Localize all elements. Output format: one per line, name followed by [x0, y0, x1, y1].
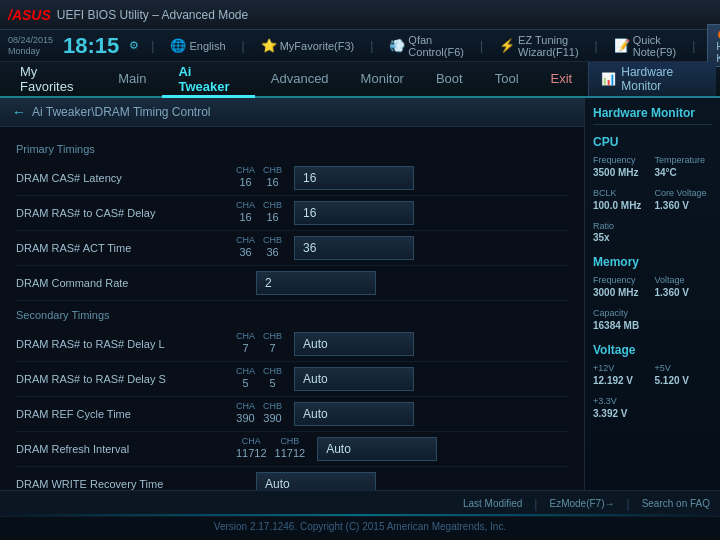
voltage-12-5: +12V 12.192 V +5V 5.120 V: [593, 363, 712, 392]
hot-keys-button[interactable]: 🔥 Hot Keys: [707, 24, 720, 67]
cha-chb-block: CHA 390 CHB 390: [236, 402, 282, 425]
timing-name: DRAM Command Rate: [16, 277, 236, 289]
v3v3-label: +3.3V: [593, 396, 712, 407]
toolbar-quick-note[interactable]: 📝 Quick Note(F9): [610, 32, 680, 60]
hw-monitor-title: Hardware Monitor: [593, 106, 712, 125]
timing-name: DRAM REF Cycle Time: [16, 408, 236, 420]
back-button[interactable]: ←: [12, 104, 26, 120]
timing-name: DRAM RAS# ACT Time: [16, 242, 236, 254]
nav-ai-tweaker[interactable]: Ai Tweaker: [162, 62, 254, 98]
cha-value: 16: [239, 210, 251, 224]
timing-input[interactable]: [294, 402, 414, 426]
language-icon: 🌐: [170, 38, 186, 53]
divider-1: |: [151, 39, 154, 53]
ez-tuning-icon: ⚡: [499, 38, 515, 53]
nav-advanced[interactable]: Advanced: [255, 62, 345, 98]
cha-label: CHA: [236, 367, 255, 376]
bclk-label: BCLK: [593, 188, 651, 199]
toolbar-qfan[interactable]: 💨 Qfan Control(F6): [385, 32, 468, 60]
timing-input[interactable]: [294, 367, 414, 391]
toolbar-myfavorite[interactable]: ⭐ MyFavorite(F3): [257, 36, 359, 55]
timing-input[interactable]: [256, 271, 376, 295]
date-block: 08/24/2015 Monday: [8, 35, 53, 57]
timing-input[interactable]: [294, 166, 414, 190]
nav-tool[interactable]: Tool: [479, 62, 535, 98]
cha-block: CHA 7: [236, 332, 255, 355]
v12-block: +12V 12.192 V: [593, 363, 651, 388]
chb-block: CHB 16: [263, 166, 282, 189]
cha-block: CHA 5: [236, 367, 255, 390]
cha-block: CHA 16: [236, 201, 255, 224]
cha-block: CHA 11712: [236, 437, 267, 460]
core-voltage-block: Core Voltage 1.360 V: [655, 188, 713, 213]
chb-block: CHB 36: [263, 236, 282, 259]
nav-boot[interactable]: Boot: [420, 62, 479, 98]
last-modified-button[interactable]: Last Modified: [463, 498, 522, 509]
timing-input[interactable]: [294, 332, 414, 356]
table-row: DRAM RAS# to RAS# Delay S CHA 5 CHB 5: [16, 362, 568, 397]
copyright-text: Version 2.17.1246. Copyright (C) 2015 Am…: [0, 521, 720, 532]
voltage-section-title: Voltage: [593, 343, 712, 357]
ez-mode-button[interactable]: EzMode(F7)→: [549, 498, 614, 509]
cpu-freq-temp: Frequency 3500 MHz Temperature 34°C: [593, 155, 712, 184]
chb-value: 5: [269, 376, 275, 390]
table-row: DRAM REF Cycle Time CHA 390 CHB 390: [16, 397, 568, 432]
cpu-bclk-voltage: BCLK 100.0 MHz Core Voltage 1.360 V: [593, 188, 712, 217]
favorite-icon: ⭐: [261, 38, 277, 53]
timing-input[interactable]: [317, 437, 437, 461]
mem-voltage-value: 1.360 V: [655, 286, 713, 300]
timing-name: DRAM CAS# Latency: [16, 172, 236, 184]
table-row: DRAM Command Rate: [16, 266, 568, 301]
hardware-monitor-tab[interactable]: 📊 Hardware Monitor: [588, 62, 716, 96]
fan-icon: 💨: [389, 38, 405, 53]
cha-value: 7: [242, 341, 248, 355]
ratio-block: Ratio 35x: [593, 221, 712, 246]
chb-value: 36: [266, 245, 278, 259]
chb-label: CHB: [280, 437, 299, 446]
mem-freq-voltage: Frequency 3000 MHz Voltage 1.360 V: [593, 275, 712, 304]
breadcrumb-path: Ai Tweaker\DRAM Timing Control: [32, 105, 211, 119]
cha-block: CHA 36: [236, 236, 255, 259]
nav-monitor[interactable]: Monitor: [345, 62, 420, 98]
time-display: 18:15: [63, 35, 119, 57]
timing-input[interactable]: [294, 236, 414, 260]
v3v3-block: +3.3V 3.392 V: [593, 396, 712, 421]
cha-chb-block: CHA 16 CHB 16: [236, 166, 282, 189]
mem-frequency-label: Frequency: [593, 275, 651, 286]
table-row: DRAM RAS# ACT Time CHA 36 CHB 36: [16, 231, 568, 266]
cha-chb-block: CHA 5 CHB 5: [236, 367, 282, 390]
footer-divider-2: |: [627, 497, 630, 511]
primary-timings-label: Primary Timings: [16, 143, 568, 155]
qfan-label: Qfan Control(F6): [408, 34, 464, 58]
divider-5: |: [595, 39, 598, 53]
timing-input[interactable]: [256, 472, 376, 490]
cha-label: CHA: [242, 437, 261, 446]
language-label: English: [189, 40, 225, 52]
header-bar: /ASUS UEFI BIOS Utility – Advanced Mode: [0, 0, 720, 30]
nav-exit[interactable]: Exit: [535, 62, 589, 98]
myfavorite-label: MyFavorite(F3): [280, 40, 355, 52]
timing-input[interactable]: [294, 201, 414, 225]
timing-name: DRAM WRITE Recovery Time: [16, 478, 236, 490]
cha-label: CHA: [236, 402, 255, 411]
toolbar-ez-tuning[interactable]: ⚡ EZ Tuning Wizard(F11): [495, 32, 583, 60]
nav-my-favorites[interactable]: My Favorites: [4, 62, 102, 98]
decorative-cyan-line: [0, 514, 720, 516]
toolbar-language[interactable]: 🌐 English: [166, 36, 229, 55]
cha-value: 11712: [236, 446, 267, 460]
chb-value: 11712: [275, 446, 306, 460]
main-area: ← Ai Tweaker\DRAM Timing Control Primary…: [0, 98, 720, 490]
settings-icon[interactable]: ⚙: [129, 39, 139, 52]
hardware-monitor-label: Hardware Monitor: [621, 65, 704, 93]
mem-frequency-value: 3000 MHz: [593, 286, 651, 300]
divider-4: |: [480, 39, 483, 53]
nav-main[interactable]: Main: [102, 62, 162, 98]
cpu-section-title: CPU: [593, 135, 712, 149]
header-title: UEFI BIOS Utility – Advanced Mode: [57, 8, 712, 22]
chb-block: CHB 390: [263, 402, 282, 425]
cha-value: 390: [236, 411, 254, 425]
quick-note-label: Quick Note(F9): [633, 34, 676, 58]
cha-chb-block: CHA 36 CHB 36: [236, 236, 282, 259]
search-faq-button[interactable]: Search on FAQ: [642, 498, 710, 509]
v5-value: 5.120 V: [655, 374, 713, 388]
